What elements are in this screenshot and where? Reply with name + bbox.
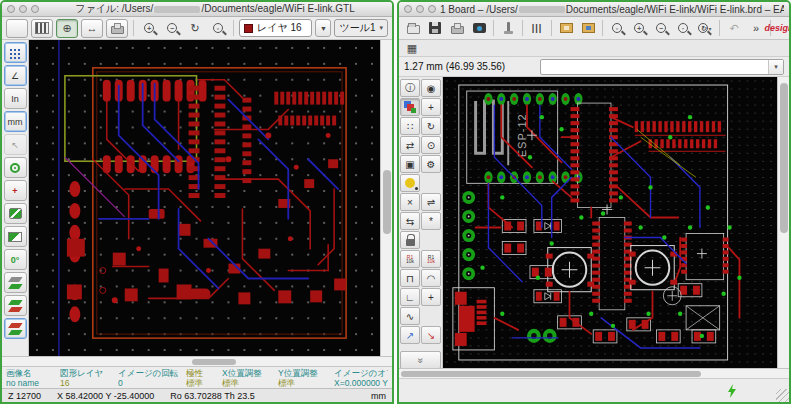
eagle-titlebar[interactable]: 1 Board – /Users/Documents/eagle/WiFi E-… <box>399 2 789 17</box>
close-window-button[interactable] <box>404 5 412 13</box>
cursor-coordinates: 1.27 mm (46.99 35.56) <box>404 61 532 72</box>
save-button[interactable] <box>425 19 445 38</box>
toolbar-separator <box>233 20 234 36</box>
undo-button[interactable]: ↶ <box>724 19 744 38</box>
zoom-window-button[interactable] <box>428 5 436 13</box>
layer-dropdown-button[interactable]: ▼ <box>315 19 331 37</box>
horizontal-scroll-thumb[interactable] <box>192 359 236 365</box>
resize-grip[interactable] <box>776 389 789 402</box>
layer-stack-button-3[interactable] <box>4 318 27 339</box>
crosshair-tool-button[interactable]: ⊕ <box>56 19 78 38</box>
layer-stack-button-1[interactable] <box>4 272 27 293</box>
command-input[interactable] <box>541 61 768 73</box>
designlink-button[interactable]: designlink <box>775 19 791 38</box>
move-button[interactable]: + <box>421 98 441 116</box>
change-button[interactable]: ⚙ <box>421 155 441 173</box>
eagle-tool-palette: ⓘ ◉ + ∷ ↻ ⇄ ⊙ ▣ ⚙ × ⇌ ⇆ * R110k R110k <box>399 77 443 368</box>
status-value-polarity: 標準 <box>186 378 222 388</box>
zoom-select-icon: · <box>678 23 688 33</box>
origin-button[interactable]: ⊙ <box>421 136 441 154</box>
unit-inch-button[interactable]: In <box>4 88 27 109</box>
display-layers-button[interactable] <box>400 98 420 116</box>
zoom-redraw-button[interactable]: ↻▾ <box>695 19 715 38</box>
board-button[interactable] <box>578 19 598 38</box>
horizontal-scroll-thumb[interactable] <box>401 371 701 377</box>
value-button[interactable]: R110k <box>421 250 441 268</box>
schematic-button[interactable] <box>556 19 576 38</box>
zoom-select-button[interactable]: · <box>673 19 693 38</box>
pad-cross-button[interactable]: + <box>4 180 27 201</box>
aperture-button[interactable] <box>4 157 27 178</box>
cam-processor-button[interactable] <box>469 19 489 38</box>
eagle-vertical-scrollbar[interactable] <box>777 77 789 368</box>
ripup-button[interactable]: ↘ <box>421 326 441 344</box>
gateswap-button[interactable]: ⇌ <box>421 193 441 211</box>
smash-button[interactable]: * <box>421 212 441 230</box>
polygon-slash-icon <box>9 208 22 219</box>
board-canvas[interactable]: ESP-12 <box>443 77 777 368</box>
show-button[interactable]: ◉ <box>421 79 441 97</box>
minimize-window-button[interactable] <box>416 5 424 13</box>
vertical-scroll-thumb[interactable] <box>383 170 391 234</box>
info-button[interactable]: ⓘ <box>400 79 420 97</box>
lock-button[interactable] <box>400 231 420 249</box>
print-button[interactable] <box>447 19 467 38</box>
command-history-dropdown-button[interactable]: ▾ <box>768 60 783 74</box>
target-button[interactable]: + <box>421 288 441 306</box>
gerbv-horizontal-scrollbar[interactable] <box>2 356 392 366</box>
tool-selector[interactable]: ツール1▾ <box>334 19 388 37</box>
gerber-canvas[interactable] <box>29 40 380 356</box>
paint-button[interactable] <box>400 174 420 192</box>
name-button[interactable]: R110k <box>400 250 420 268</box>
unit-mm-button[interactable]: mm <box>4 111 27 132</box>
zoom-out-icon: − <box>656 23 666 33</box>
corner-icon: ∟ <box>405 292 415 303</box>
rotate-button[interactable]: ↻ <box>421 117 441 135</box>
meander-button[interactable]: ∿ <box>400 307 420 325</box>
library-button[interactable]: ||| <box>527 19 547 38</box>
layer-selector[interactable]: レイヤ 16 <box>239 19 312 37</box>
polar-coords-button[interactable]: ∠ <box>4 65 27 86</box>
open-button[interactable] <box>403 19 423 38</box>
layer-stack-button-2[interactable] <box>4 295 27 316</box>
polygon-render-button[interactable] <box>4 203 27 224</box>
gerbv-titlebar[interactable]: ファイル: /Users//Documents/eagle/WiFi E-lin… <box>2 2 392 17</box>
zoom-fit-button[interactable]: ▫ <box>208 19 228 38</box>
measure-tool-button[interactable]: ↔ <box>81 19 103 38</box>
rotate-view-button[interactable]: ↻ <box>185 19 205 38</box>
zoom-out-button[interactable]: − <box>162 19 182 38</box>
rotation-zero-button[interactable]: 0° <box>4 249 27 270</box>
package-button[interactable]: ⊓ <box>400 269 420 287</box>
blank-button[interactable] <box>6 19 28 38</box>
film-layers-button[interactable] <box>31 19 53 38</box>
gerbv-vertical-scrollbar[interactable] <box>380 40 392 356</box>
zoom-window-button[interactable] <box>31 5 39 13</box>
group-button[interactable]: ▣ <box>400 155 420 173</box>
z-coordinate: Z 12700 <box>8 391 41 401</box>
toolbar-overflow-button[interactable]: » <box>746 19 766 38</box>
run-script-button[interactable] <box>498 19 518 38</box>
close-window-button[interactable] <box>7 5 15 13</box>
eagle-horizontal-scrollbar[interactable] <box>399 368 789 378</box>
zoom-fit-button[interactable]: ▫ <box>607 19 627 38</box>
grid-settings-button[interactable]: ▦ <box>402 41 422 56</box>
delete-button[interactable]: × <box>400 193 420 211</box>
route-button[interactable]: ↗ <box>400 326 420 344</box>
eagle-grid-row: ▦ <box>399 40 789 57</box>
pointer-tool-button[interactable]: ↖ <box>4 134 27 155</box>
copy-button[interactable]: ∷ <box>400 117 420 135</box>
pinswap-button[interactable]: ⇆ <box>400 212 420 230</box>
status-header-x-adjust: X位置調整 <box>222 368 278 378</box>
minimize-window-button[interactable] <box>19 5 27 13</box>
grid-toggle-button[interactable] <box>4 42 27 63</box>
vertical-scroll-thumb[interactable] <box>780 83 788 233</box>
mirror-button[interactable]: ⇄ <box>400 136 420 154</box>
print-button[interactable] <box>106 19 128 38</box>
zoom-in-button[interactable]: + <box>629 19 649 38</box>
corner-button[interactable]: ∟ <box>400 288 420 306</box>
miter-button[interactable]: ◠ <box>421 269 441 287</box>
zoom-in-button[interactable]: + <box>139 19 159 38</box>
rect-render-button[interactable] <box>4 226 27 247</box>
zoom-out-button[interactable]: − <box>651 19 671 38</box>
more-tools-button[interactable]: » <box>400 351 441 369</box>
